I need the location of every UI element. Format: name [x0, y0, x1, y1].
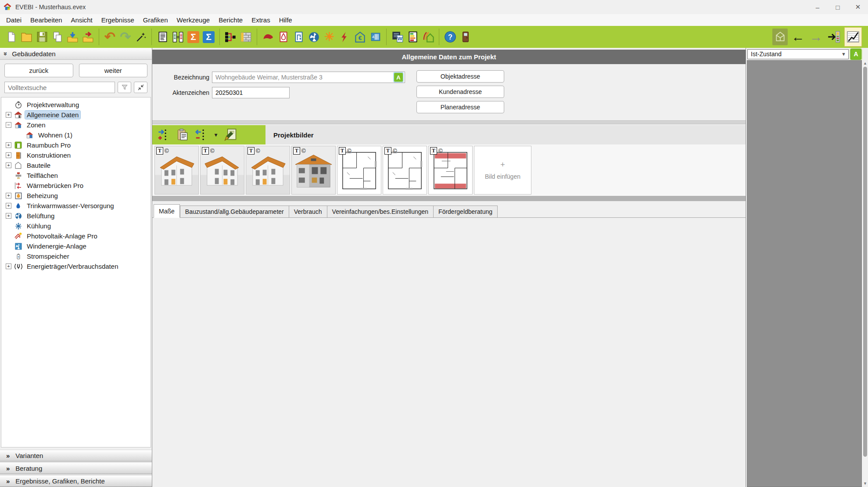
toolbar-button-chart[interactable]	[844, 27, 862, 47]
auto-badge[interactable]: A	[394, 73, 403, 82]
project-image-render-3[interactable]: T©	[246, 146, 290, 195]
kundenadresse-button[interactable]: Kundenadresse	[416, 86, 504, 98]
filter-button[interactable]	[118, 82, 131, 93]
pb-tool-remove-image[interactable]	[194, 127, 209, 142]
panel-header-ergebnisse-grafiken-berichte[interactable]: »Ergebnisse, Grafiken, Berichte	[0, 475, 152, 487]
pb-tool-caret-down[interactable]: ▾	[213, 127, 219, 142]
panel-header-varianten[interactable]: »Varianten	[0, 450, 152, 462]
toolbar-button-nav-back[interactable]: ←	[790, 29, 806, 45]
toolbar-button-redo[interactable]: ↷	[118, 29, 133, 45]
sidebar-item-projektverwaltung[interactable]: Projektverwaltung	[1, 100, 151, 110]
toolbar-button-building-cost[interactable]: €	[352, 29, 368, 45]
search-input[interactable]	[4, 82, 115, 93]
expander-plus-icon[interactable]: +	[6, 193, 11, 198]
tab-verbrauch[interactable]: Verbrauch	[289, 206, 327, 217]
toolbar-button-help[interactable]: ?	[442, 29, 458, 45]
sidebar-item-allgemeine-daten[interactable]: +Allgemeine Daten	[1, 110, 151, 120]
expander-plus-icon[interactable]: +	[6, 263, 11, 269]
expander-plus-icon[interactable]: +	[6, 203, 11, 209]
toolbar-button-house-curves[interactable]	[420, 29, 436, 45]
tab-maße[interactable]: Maße	[154, 204, 180, 218]
toolbar-button-report-doc[interactable]	[155, 29, 170, 45]
scroll-up-icon[interactable]: ▲	[862, 61, 868, 65]
toolbar-button-piping[interactable]	[291, 29, 306, 45]
project-image-plan-2[interactable]: T©	[383, 146, 427, 195]
tab-fördergeldberatung[interactable]: Fördergeldberatung	[433, 206, 498, 217]
sidebar-item-stromspeicher[interactable]: Stromspeicher	[1, 251, 151, 261]
menu-item-bearbeiten[interactable]: Bearbeiten	[26, 14, 67, 26]
expander-plus-icon[interactable]: +	[6, 152, 11, 158]
tab-bauzustand-allg-gebäudeparameter[interactable]: Bauzustand/allg.Gebäudeparameter	[180, 206, 289, 217]
expander-minus-icon[interactable]: −	[6, 122, 11, 128]
sidebar-item-raumbuch-pro[interactable]: +Raumbuch Pro	[1, 140, 151, 150]
aktenzeichen-field[interactable]: 20250301	[212, 87, 290, 98]
sidebar-item-belüftung[interactable]: +Belüftung	[1, 211, 151, 221]
expander-plus-icon[interactable]: +	[6, 142, 11, 148]
panel-header-beratung[interactable]: »Beratung	[0, 462, 152, 474]
minimize-button[interactable]: –	[807, 0, 828, 14]
sidebar-item-wärmebrücken-pro[interactable]: Wärmebrücken Pro	[1, 180, 151, 191]
toolbar-button-nav-forward[interactable]: →	[808, 29, 824, 45]
sidebar-item-photovoltaik-anlage-pro[interactable]: Photovoltaik-Anlage Pro	[1, 231, 151, 241]
project-image-plan-1[interactable]: T©	[337, 146, 381, 195]
toolbar-button-electricity[interactable]	[337, 29, 352, 45]
tab-vereinfachungen-bes-einstellungen[interactable]: Vereinfachungen/bes.Einstellungen	[327, 206, 434, 217]
sidebar-item-kühlung[interactable]: Kühlung	[1, 221, 151, 231]
toolbar-button-goto-detail[interactable]	[826, 29, 842, 45]
menu-item-datei[interactable]: Datei	[2, 14, 26, 26]
expander-plus-icon[interactable]: +	[6, 162, 11, 168]
next-button[interactable]: weiter	[79, 64, 148, 77]
toolbar-button-open-folder[interactable]	[19, 29, 34, 45]
project-image-render-1[interactable]: T©	[154, 146, 199, 195]
toolbar-button-roof[interactable]	[260, 29, 276, 45]
toolbar-button-export-folder[interactable]	[80, 29, 96, 45]
toolbar-button-sun[interactable]: ☀	[322, 29, 337, 45]
menu-item-ergebnisse[interactable]: Ergebnisse	[97, 14, 139, 26]
toolbar-button-word-report[interactable]: W	[390, 29, 405, 45]
planeradresse-button[interactable]: Planeradresse	[416, 101, 504, 113]
state-selector[interactable]: Ist-Zustand ▼	[747, 49, 849, 59]
sidebar-item-konstruktionen[interactable]: +Konstruktionen	[1, 150, 151, 160]
pb-tool-edit-image[interactable]	[223, 127, 238, 142]
toolbar-button-energy-label[interactable]	[405, 29, 420, 45]
menu-item-extras[interactable]: Extras	[247, 14, 275, 26]
collapse-tree-button[interactable]	[134, 82, 147, 93]
toolbar-button-model-3d[interactable]	[772, 29, 788, 45]
scrollbar-thumb[interactable]	[863, 67, 867, 457]
sidebar-item-wohnen-1[interactable]: Wohnen (1)	[1, 130, 151, 140]
toolbar-button-sum-orange[interactable]: Σ	[186, 29, 201, 45]
project-image-plan-red[interactable]: T©	[428, 146, 473, 195]
close-button[interactable]: ✕	[848, 0, 868, 14]
menu-item-ansicht[interactable]: Ansicht	[67, 14, 97, 26]
pb-tool-add-image[interactable]	[156, 127, 171, 142]
add-image-placeholder[interactable]: +Bild einfügen	[474, 146, 531, 195]
toolbar-button-fan[interactable]	[306, 29, 322, 45]
toolbar-button-radiator[interactable]: 4	[368, 29, 383, 45]
sidebar-item-beheizung[interactable]: +Beheizung	[1, 191, 151, 201]
menu-item-werkzeuge[interactable]: Werkzeuge	[172, 14, 215, 26]
sidebar-item-bauteile[interactable]: +Bauteile	[1, 160, 151, 170]
sidebar-item-teilflächen[interactable]: Teilflächen	[1, 170, 151, 180]
bezeichnung-field[interactable]: Wohngebäude Weimar, Musterstraße 3 A	[212, 72, 405, 83]
toolbar-button-undo[interactable]: ↶	[102, 29, 118, 45]
toolbar-button-wall-construction[interactable]	[238, 29, 254, 45]
scroll-down-icon[interactable]: ▼	[862, 481, 868, 486]
menu-item-grafiken[interactable]: Grafiken	[139, 14, 172, 26]
sidebar-header[interactable]: » Gebäudedaten	[0, 48, 152, 60]
sidebar-item-energieträger-verbrauchsdaten[interactable]: +Energieträger/Verbrauchsdaten	[1, 261, 151, 271]
toolbar-button-heating-flame[interactable]	[276, 29, 291, 45]
toolbar-button-copy-pages[interactable]	[50, 29, 65, 45]
toolbar-button-schema[interactable]	[223, 29, 238, 45]
project-image-render-2[interactable]: T©	[200, 146, 244, 195]
menu-item-berichte[interactable]: Berichte	[214, 14, 247, 26]
menu-item-hilfe[interactable]: Hilfe	[275, 14, 297, 26]
sidebar-item-windenergie-anlage[interactable]: Windenergie-Anlage	[1, 241, 151, 251]
pb-tool-paste-image[interactable]	[175, 127, 190, 142]
toolbar-button-save[interactable]	[34, 29, 50, 45]
toolbar-button-new-file[interactable]	[4, 29, 19, 45]
toolbar-button-door[interactable]	[458, 29, 473, 45]
objektadresse-button[interactable]: Objektadresse	[416, 70, 504, 83]
toolbar-button-sum-blue[interactable]: Σ	[201, 29, 216, 45]
back-button[interactable]: zurück	[4, 64, 73, 77]
maximize-button[interactable]: □	[828, 0, 848, 14]
